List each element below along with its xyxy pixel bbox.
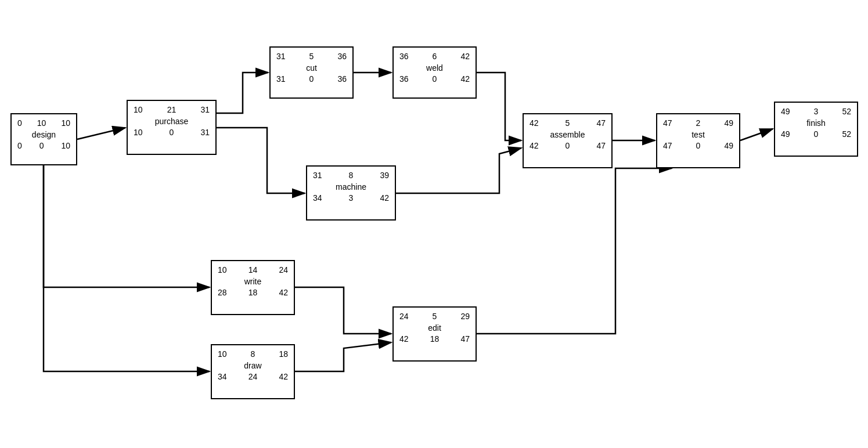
node-edit-bottom-row: 421847 [399, 334, 470, 345]
node-assemble-top-row: 42547 [530, 118, 606, 129]
node-machine-bottom-row: 34342 [313, 193, 389, 204]
node-draw-bottom-row: 342442 [218, 371, 288, 383]
node-finish-bottom-row: 49052 [781, 129, 851, 140]
node-cut-bottom-row: 31036 [276, 74, 347, 85]
node-cut: 31536cut31036 [269, 46, 354, 99]
node-assemble-bottom-row: 42047 [530, 140, 606, 152]
node-purchase-bottom-row: 10031 [134, 127, 210, 139]
node-draw: 10818draw342442 [211, 344, 295, 399]
node-cut-label: cut [276, 63, 347, 74]
node-weld-label: weld [399, 63, 470, 74]
node-draw-label: draw [218, 360, 288, 372]
node-assemble: 42547assemble42047 [523, 113, 613, 168]
node-purchase: 102131purchase10031 [127, 100, 217, 155]
node-assemble-label: assemble [530, 129, 606, 141]
svg-line-5 [740, 129, 773, 140]
node-write-top-row: 101424 [218, 265, 288, 276]
node-test-label: test [663, 129, 733, 141]
node-write: 101424write281842 [211, 260, 295, 315]
node-design-top-row: 01010 [17, 118, 70, 129]
node-finish-label: finish [781, 118, 851, 129]
node-test-top-row: 47249 [663, 118, 733, 129]
node-finish-top-row: 49352 [781, 106, 851, 118]
node-edit-label: edit [399, 323, 470, 334]
node-design: 01010design0010 [10, 113, 77, 165]
node-weld-top-row: 36642 [399, 51, 470, 63]
node-machine: 31839machine34342 [306, 165, 396, 221]
node-write-bottom-row: 281842 [218, 287, 288, 299]
node-weld: 36642weld36042 [392, 46, 477, 99]
node-machine-top-row: 31839 [313, 170, 389, 182]
node-finish: 49352finish49052 [774, 102, 858, 157]
node-edit: 24529edit421847 [392, 306, 477, 362]
node-write-label: write [218, 276, 288, 288]
node-weld-bottom-row: 36042 [399, 74, 470, 85]
node-cut-top-row: 31536 [276, 51, 347, 63]
svg-line-2 [77, 128, 125, 139]
node-machine-label: machine [313, 182, 389, 193]
node-draw-top-row: 10818 [218, 349, 288, 360]
node-design-label: design [17, 129, 70, 141]
node-test-bottom-row: 47049 [663, 140, 733, 152]
node-edit-top-row: 24529 [399, 311, 470, 323]
node-design-bottom-row: 0010 [17, 140, 70, 152]
node-purchase-label: purchase [134, 116, 210, 128]
node-test: 47249test47049 [656, 113, 740, 168]
node-purchase-top-row: 102131 [134, 104, 210, 116]
